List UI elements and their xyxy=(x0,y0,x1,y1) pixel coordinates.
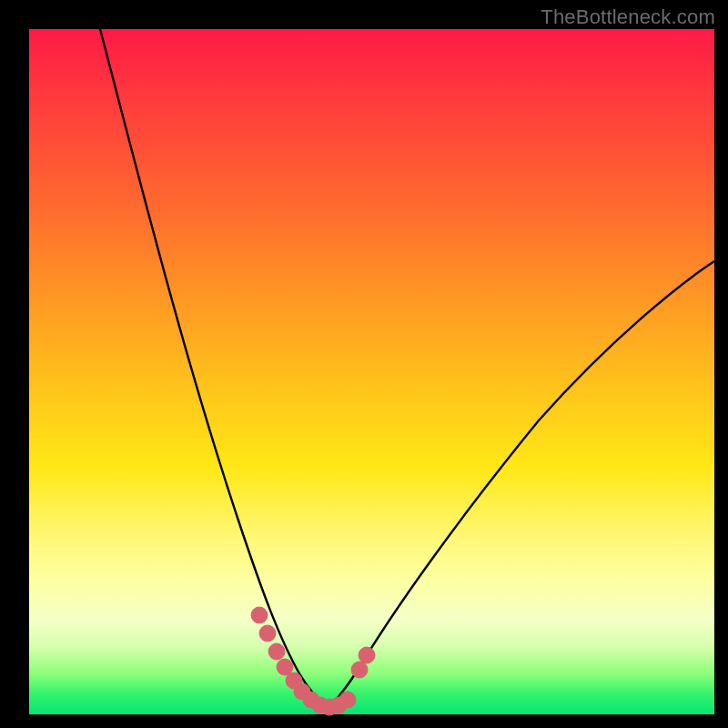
chart-svg xyxy=(29,29,714,714)
svg-point-12 xyxy=(359,647,375,663)
watermark-text: TheBottleneck.com xyxy=(541,5,715,29)
curve-left xyxy=(100,29,328,707)
svg-point-0 xyxy=(251,607,268,623)
svg-point-1 xyxy=(259,625,276,642)
svg-point-11 xyxy=(351,662,368,678)
marker-cluster xyxy=(251,607,375,715)
svg-point-2 xyxy=(268,643,285,660)
plot-area xyxy=(29,29,714,714)
chart-frame: TheBottleneck.com xyxy=(0,0,728,728)
curve-right xyxy=(328,261,714,707)
svg-point-10 xyxy=(339,692,356,708)
